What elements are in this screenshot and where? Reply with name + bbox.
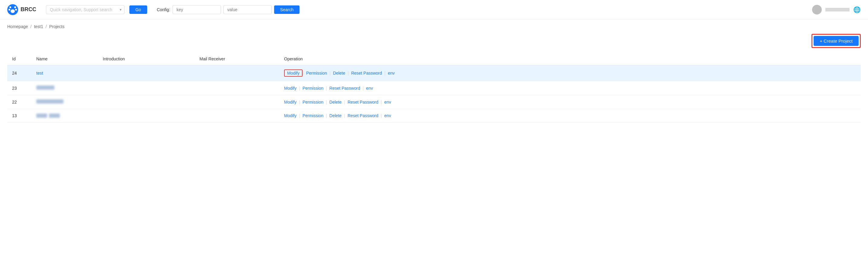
reset-password-button-row4[interactable]: Reset Password bbox=[345, 113, 381, 118]
table-row: 22 Modify | Permission | Delete | Reset … bbox=[7, 95, 861, 109]
breadcrumb-home[interactable]: Homepage bbox=[7, 24, 28, 29]
col-header-intro: Introduction bbox=[98, 53, 195, 65]
config-value-input[interactable] bbox=[223, 5, 272, 14]
table-header-row: Id Name Introduction Mail Receiver Opera… bbox=[7, 53, 861, 65]
action-bar: + Create Project bbox=[7, 34, 861, 48]
cell-mail bbox=[195, 95, 279, 109]
blurred-name bbox=[36, 85, 54, 90]
username-placeholder bbox=[826, 8, 849, 11]
col-header-name: Name bbox=[31, 53, 98, 65]
globe-icon[interactable]: 🌐 bbox=[853, 6, 861, 13]
env-button-row1[interactable]: env bbox=[385, 71, 397, 75]
table-header: Id Name Introduction Mail Receiver Opera… bbox=[7, 53, 861, 65]
create-project-highlight-border: + Create Project bbox=[811, 34, 861, 48]
modify-button-row4[interactable]: Modify bbox=[284, 113, 299, 118]
blurred-seg bbox=[36, 113, 47, 118]
project-name-link[interactable]: test bbox=[36, 71, 43, 75]
projects-table: Id Name Introduction Mail Receiver Opera… bbox=[7, 53, 861, 123]
operations-row2: Modify | Permission | Reset Password | e… bbox=[284, 86, 856, 91]
header-right: 🌐 bbox=[812, 5, 861, 14]
config-search-button[interactable]: Search bbox=[274, 5, 300, 14]
cell-intro bbox=[98, 109, 195, 123]
permission-button-row4[interactable]: Permission bbox=[300, 113, 326, 118]
blurred-seg bbox=[49, 113, 60, 118]
cell-mail bbox=[195, 65, 279, 81]
blurred-name bbox=[36, 99, 63, 104]
cell-intro bbox=[98, 65, 195, 81]
env-button-row2[interactable]: env bbox=[364, 86, 375, 91]
permission-button-row2[interactable]: Permission bbox=[300, 86, 326, 91]
avatar bbox=[812, 5, 822, 14]
reset-password-button-row1[interactable]: Reset Password bbox=[349, 71, 384, 75]
table-row: 24 test Modify | Permission | Delete | R… bbox=[7, 65, 861, 81]
svg-point-4 bbox=[15, 9, 17, 10]
operations-row4: Modify | Permission | Delete | Reset Pas… bbox=[284, 113, 856, 118]
logo-icon bbox=[7, 4, 18, 15]
cell-id: 22 bbox=[7, 95, 31, 109]
operations-row1: Modify | Permission | Delete | Reset Pas… bbox=[284, 69, 856, 77]
blurred-name-double bbox=[36, 113, 93, 118]
logo-area: BRCC bbox=[7, 4, 36, 15]
cell-intro bbox=[98, 95, 195, 109]
table-row: 23 Modify | Permission | Reset Password … bbox=[7, 81, 861, 95]
cell-name bbox=[31, 81, 98, 95]
cell-ops: Modify | Permission | Reset Password | e… bbox=[279, 81, 861, 95]
config-section: Config: Search bbox=[157, 5, 300, 14]
breadcrumb-sep-2: / bbox=[45, 24, 47, 29]
cell-id: 23 bbox=[7, 81, 31, 95]
modify-button-row1[interactable]: Modify bbox=[284, 69, 303, 77]
cell-mail bbox=[195, 109, 279, 123]
cell-ops: Modify | Permission | Delete | Reset Pas… bbox=[279, 109, 861, 123]
svg-point-3 bbox=[8, 9, 10, 10]
delete-button-row4[interactable]: Delete bbox=[327, 113, 344, 118]
table-body: 24 test Modify | Permission | Delete | R… bbox=[7, 65, 861, 123]
nav-select[interactable]: Quick navigation, Support search bbox=[46, 5, 125, 14]
create-project-button[interactable]: + Create Project bbox=[814, 36, 859, 46]
table-row: 13 Modify | Permission | Delete bbox=[7, 109, 861, 123]
breadcrumb: Homepage / test1 / Projects bbox=[0, 19, 868, 34]
main-content: + Create Project Id Name Introduction Ma… bbox=[0, 34, 868, 123]
svg-point-1 bbox=[9, 6, 11, 8]
col-header-op: Operation bbox=[279, 53, 861, 65]
breadcrumb-current: Projects bbox=[49, 24, 65, 29]
svg-point-5 bbox=[10, 9, 15, 13]
cell-mail bbox=[195, 81, 279, 95]
cell-name: test bbox=[31, 65, 98, 81]
env-button-row4[interactable]: env bbox=[382, 113, 394, 118]
permission-button-row1[interactable]: Permission bbox=[304, 71, 330, 75]
delete-button-row3[interactable]: Delete bbox=[327, 100, 344, 104]
config-key-input[interactable] bbox=[173, 5, 221, 14]
cell-name bbox=[31, 109, 98, 123]
nav-select-wrapper: Quick navigation, Support search ▾ bbox=[46, 5, 125, 14]
breadcrumb-group[interactable]: test1 bbox=[34, 24, 43, 29]
delete-button-row1[interactable]: Delete bbox=[331, 71, 347, 75]
svg-point-2 bbox=[14, 6, 16, 8]
go-button[interactable]: Go bbox=[129, 5, 147, 14]
permission-button-row3[interactable]: Permission bbox=[300, 100, 326, 104]
col-header-id: Id bbox=[7, 53, 31, 65]
env-button-row3[interactable]: env bbox=[382, 100, 394, 104]
cell-intro bbox=[98, 81, 195, 95]
breadcrumb-sep-1: / bbox=[31, 24, 32, 29]
modify-button-row3[interactable]: Modify bbox=[284, 100, 299, 104]
app-title: BRCC bbox=[21, 6, 36, 13]
reset-password-button-row2[interactable]: Reset Password bbox=[327, 86, 363, 91]
col-header-mail: Mail Receiver bbox=[195, 53, 279, 65]
cell-ops: Modify | Permission | Delete | Reset Pas… bbox=[279, 95, 861, 109]
cell-ops: Modify | Permission | Delete | Reset Pas… bbox=[279, 65, 861, 81]
cell-id: 13 bbox=[7, 109, 31, 123]
cell-id: 24 bbox=[7, 65, 31, 81]
reset-password-button-row3[interactable]: Reset Password bbox=[345, 100, 381, 104]
cell-name bbox=[31, 95, 98, 109]
config-label: Config: bbox=[157, 7, 170, 12]
modify-button-row2[interactable]: Modify bbox=[284, 86, 299, 91]
app-header: BRCC Quick navigation, Support search ▾ … bbox=[0, 0, 868, 19]
operations-row3: Modify | Permission | Delete | Reset Pas… bbox=[284, 100, 856, 104]
